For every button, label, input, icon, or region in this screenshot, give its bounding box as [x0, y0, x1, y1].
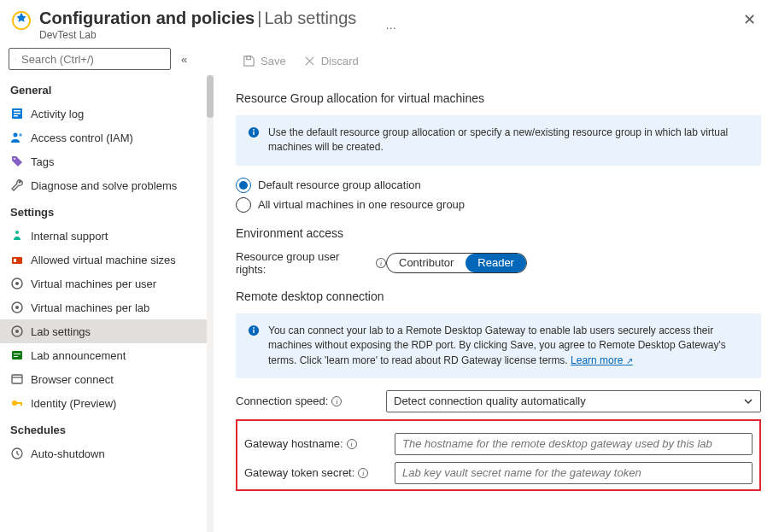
- svg-point-1: [15, 58, 15, 59]
- sidebar-item-auto-shutdown[interactable]: Auto-shutdown: [0, 441, 207, 465]
- sidebar-scrollbar[interactable]: [207, 75, 214, 532]
- info-icon[interactable]: i: [376, 258, 386, 268]
- header: Configuration and policies|Lab settings …: [0, 0, 773, 48]
- support-icon: [10, 229, 24, 243]
- search-box[interactable]: [9, 48, 171, 70]
- dropdown-value: Detect connection quality automatically: [394, 395, 586, 407]
- chevron-down-icon: [743, 396, 753, 406]
- gear-icon: [10, 301, 24, 314]
- section-rdp: Remote desktop connection: [236, 289, 761, 303]
- log-icon: [10, 107, 24, 120]
- learn-more-link[interactable]: Learn more ↗: [571, 354, 633, 366]
- svg-rect-26: [20, 402, 22, 406]
- toggle-reader[interactable]: Reader: [466, 254, 526, 272]
- radio-default-rg[interactable]: Default resource group allocation: [236, 178, 761, 193]
- svg-point-7: [14, 133, 18, 137]
- svg-point-16: [15, 306, 19, 309]
- rights-toggle[interactable]: Contributor Reader: [386, 253, 527, 273]
- svg-rect-19: [12, 351, 22, 360]
- sidebar: « General Activity log Access control (I…: [0, 48, 214, 532]
- svg-point-14: [15, 282, 19, 285]
- browser-icon: [10, 372, 24, 386]
- discard-icon: [303, 55, 316, 67]
- gw-host-label: Gateway hostname:: [244, 437, 343, 450]
- nav-label: Lab announcement: [31, 349, 126, 362]
- radio-icon: [236, 197, 251, 213]
- nav-label: Identity (Preview): [31, 397, 116, 410]
- devtest-lab-icon: [12, 11, 31, 30]
- sizes-icon: [10, 253, 24, 266]
- gw-secret-input[interactable]: [395, 462, 753, 484]
- svg-rect-6: [14, 115, 18, 117]
- sidebar-item-vm-per-lab[interactable]: Virtual machines per lab: [0, 295, 207, 319]
- sidebar-item-internal-support[interactable]: Internal support: [0, 224, 207, 248]
- svg-point-18: [15, 330, 19, 333]
- svg-point-8: [19, 133, 22, 137]
- nav-label: Access control (IAM): [31, 132, 133, 144]
- group-schedules: Schedules: [0, 415, 207, 441]
- people-icon: [10, 131, 24, 144]
- rdp-info-box: You can connect your lab to a Remote Des…: [236, 313, 761, 378]
- sidebar-item-allowed-vm-sizes[interactable]: Allowed virtual machine sizes: [0, 248, 207, 272]
- rdp-info-text: You can connect your lab to a Remote Des…: [268, 324, 749, 368]
- radio-single-rg[interactable]: All virtual machines in one resource gro…: [236, 197, 761, 213]
- nav-label: Activity log: [31, 108, 84, 120]
- conn-speed-dropdown[interactable]: Detect connection quality automatically: [386, 390, 761, 412]
- sidebar-item-diagnose[interactable]: Diagnose and solve problems: [0, 173, 207, 197]
- sidebar-item-access-control[interactable]: Access control (IAM): [0, 126, 207, 149]
- search-icon: [15, 53, 16, 65]
- radio-icon: [236, 178, 251, 193]
- sidebar-item-browser-connect[interactable]: Browser connect: [0, 367, 207, 391]
- gear-icon: [10, 324, 24, 338]
- sidebar-item-tags[interactable]: Tags: [0, 149, 207, 173]
- rg-info-box: Use the default resource group allocatio…: [236, 115, 761, 166]
- gw-host-input[interactable]: [395, 433, 753, 455]
- main-content: Save Discard Resource Group allocation f…: [214, 48, 773, 532]
- save-button[interactable]: Save: [236, 51, 293, 71]
- svg-rect-12: [14, 259, 16, 262]
- page-title: Configuration and policies|Lab settings: [39, 9, 356, 28]
- gear-icon: [10, 277, 24, 290]
- sidebar-item-vm-per-user[interactable]: Virtual machines per user: [0, 272, 207, 295]
- clock-icon: [10, 447, 24, 460]
- search-input[interactable]: [21, 53, 165, 66]
- svg-rect-21: [14, 356, 18, 357]
- svg-rect-33: [253, 329, 254, 332]
- conn-speed-label: Connection speed:: [236, 395, 328, 407]
- svg-line-2: [15, 59, 16, 60]
- sidebar-item-activity-log[interactable]: Activity log: [0, 102, 207, 126]
- svg-rect-20: [14, 354, 20, 354]
- env-rights-label: Resource group user rights:: [236, 250, 372, 276]
- external-link-icon: ↗: [626, 356, 633, 365]
- info-icon[interactable]: i: [358, 468, 368, 478]
- collapse-sidebar-button[interactable]: «: [178, 50, 190, 69]
- page-subtitle: DevTest Lab: [39, 29, 356, 41]
- info-icon: [248, 126, 260, 138]
- gateway-highlight: Gateway hostname: i Gateway token secret…: [236, 419, 761, 491]
- toggle-contributor[interactable]: Contributor: [387, 254, 466, 272]
- discard-button[interactable]: Discard: [296, 51, 366, 71]
- svg-rect-4: [14, 110, 20, 112]
- info-icon[interactable]: i: [347, 439, 357, 449]
- svg-rect-5: [14, 113, 20, 114]
- svg-rect-30: [253, 132, 254, 135]
- group-settings: Settings: [0, 197, 207, 224]
- save-icon: [243, 55, 255, 67]
- nav-label: Lab settings: [31, 325, 91, 338]
- sidebar-item-lab-announcement[interactable]: Lab announcement: [0, 343, 207, 367]
- sidebar-item-lab-settings[interactable]: Lab settings: [0, 319, 207, 343]
- nav-label: Diagnose and solve problems: [31, 179, 177, 192]
- info-icon: [248, 324, 260, 336]
- more-actions-button[interactable]: …: [385, 19, 397, 32]
- discard-label: Discard: [321, 55, 359, 67]
- nav-label: Browser connect: [31, 373, 114, 386]
- svg-rect-28: [247, 56, 251, 60]
- sidebar-item-identity[interactable]: Identity (Preview): [0, 391, 207, 415]
- info-icon[interactable]: i: [331, 396, 342, 406]
- svg-rect-22: [12, 375, 22, 383]
- svg-point-9: [14, 158, 15, 160]
- nav-label: Virtual machines per lab: [31, 301, 149, 314]
- nav-label: Internal support: [31, 230, 108, 243]
- radio-label: All virtual machines in one resource gro…: [258, 198, 465, 211]
- close-button[interactable]: ✕: [738, 9, 761, 31]
